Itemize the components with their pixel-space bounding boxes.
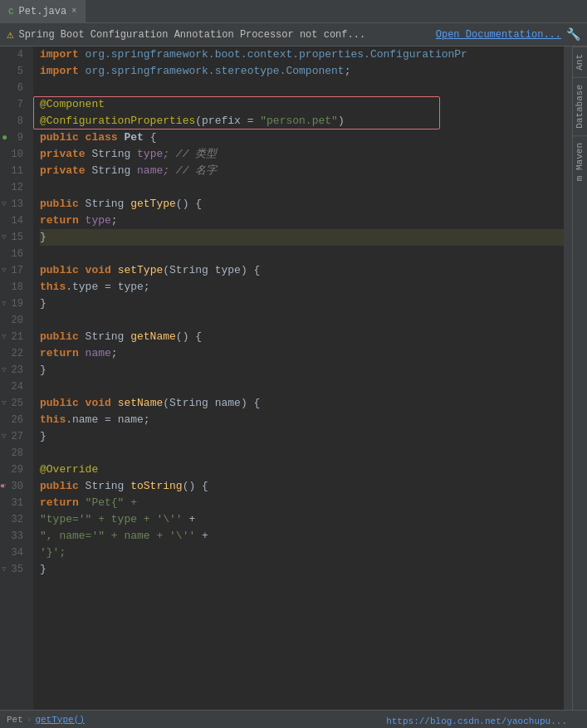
code-line-14: return type; xyxy=(40,213,564,229)
fold-icon-30[interactable]: ▽ xyxy=(2,478,6,495)
code-line-35: } xyxy=(40,561,564,578)
token: name xyxy=(137,164,163,177)
open-documentation-link[interactable]: Open Documentation... xyxy=(436,29,561,41)
database-panel[interactable]: Database xyxy=(573,77,588,135)
tab-close-button[interactable]: × xyxy=(71,7,76,16)
line-num-17: ▽17 xyxy=(0,262,28,279)
token: } xyxy=(40,231,46,243)
line-num-10: 10 xyxy=(0,146,28,163)
line-num-22: 22 xyxy=(0,345,28,362)
token: public xyxy=(40,131,86,144)
fold-icon-25[interactable]: ▽ xyxy=(2,395,6,412)
code-content[interactable]: import org.springframework.boot.context.… xyxy=(33,46,564,710)
ant-panel[interactable]: Ant xyxy=(573,46,588,77)
token: @ConfigurationProperties xyxy=(40,115,195,127)
token: type xyxy=(215,264,241,276)
code-line-22: return name; xyxy=(40,345,564,362)
line-num-25: ▽25 xyxy=(0,395,28,412)
token: public xyxy=(40,198,86,210)
line-num-19: ▽19 xyxy=(0,296,28,312)
green-circle-icon: ● xyxy=(2,129,7,146)
token: "Pet{" + xyxy=(86,496,137,509)
line-num-15: ▽15 xyxy=(0,229,28,246)
line-num-21: ▽21 xyxy=(0,329,28,345)
token: () { xyxy=(176,198,202,210)
token: + xyxy=(183,513,196,525)
warning-icon: ⚠ xyxy=(7,27,13,42)
breadcrumb-method[interactable]: getType() xyxy=(35,715,84,725)
fold-icon-15[interactable]: ▽ xyxy=(2,229,6,246)
token: ConfigurationPr xyxy=(370,48,467,61)
token: String xyxy=(91,164,137,177)
token: ", name='" + name + xyxy=(40,530,169,542)
right-panel: Ant Database m Maven xyxy=(572,46,587,710)
fold-icon-21[interactable]: ▽ xyxy=(2,329,6,345)
token: '}'; xyxy=(40,546,66,559)
line-num-13: ▽13 xyxy=(0,196,28,213)
warning-bar: ⚠ Spring Boot Configuration Annotation P… xyxy=(0,23,587,46)
token: } xyxy=(40,364,46,376)
token: return xyxy=(40,214,86,227)
fold-icon-17[interactable]: ▽ xyxy=(2,262,6,279)
token: Component xyxy=(286,65,344,77)
token: @Component xyxy=(40,98,105,110)
token: '\'' xyxy=(169,530,195,542)
line-num-9: ●9 xyxy=(0,129,28,146)
warning-text: Spring Boot Configuration Annotation Pro… xyxy=(18,29,430,41)
code-line-12 xyxy=(40,179,564,196)
fold-icon-35[interactable]: ▽ xyxy=(2,561,6,578)
wrench-icon[interactable]: 🔧 xyxy=(566,27,580,42)
token: public xyxy=(40,330,86,343)
token: this xyxy=(40,413,66,426)
token: return xyxy=(40,347,86,359)
line-num-34: 34 xyxy=(0,545,28,561)
breadcrumb-separator: › xyxy=(27,715,32,725)
vertical-scrollbar[interactable] xyxy=(564,46,572,710)
fold-icon-27[interactable]: ▽ xyxy=(2,428,6,445)
code-line-25: public void setName(String name) { xyxy=(40,395,564,412)
code-line-21: public String getName() { xyxy=(40,329,564,345)
token: @Override xyxy=(40,463,98,476)
line-num-18: 18 xyxy=(0,279,28,296)
code-line-17: public void setType(String type) { xyxy=(40,262,564,279)
fold-icon-13[interactable]: ▽ xyxy=(2,196,6,213)
token: public xyxy=(40,264,86,276)
token: + xyxy=(195,530,208,542)
token: setType xyxy=(118,264,164,276)
line-num-28: 28 xyxy=(0,445,28,462)
code-line-19: } xyxy=(40,296,564,312)
fold-icon-19[interactable]: ▽ xyxy=(2,296,6,312)
line-num-11: 11 xyxy=(0,163,28,179)
token: void xyxy=(86,264,118,276)
code-line-8: @ConfigurationProperties(prefix = "perso… xyxy=(40,113,564,129)
token: org.springframework.stereotype. xyxy=(86,65,286,77)
fold-icon-23[interactable]: ▽ xyxy=(2,362,6,379)
pet-java-tab[interactable]: C Pet.java × xyxy=(0,0,86,23)
token: ; xyxy=(111,347,118,359)
code-line-7: @Component xyxy=(40,96,564,113)
code-line-13: public String getType() { xyxy=(40,196,564,213)
token: import xyxy=(40,65,86,77)
line-num-35: ▽35 xyxy=(0,561,28,578)
token: () { xyxy=(183,480,208,492)
code-line-29: @Override xyxy=(40,462,564,478)
token: ( xyxy=(163,264,169,276)
code-line-23: } xyxy=(40,362,564,379)
editor-area: 45678●9101112▽1314▽1516▽1718▽1920▽2122▽2… xyxy=(0,46,587,710)
token: org.springframework.boot.context.propert… xyxy=(86,48,370,61)
line-num-30: ●▽30 xyxy=(0,478,28,495)
token: (prefix = xyxy=(195,115,260,127)
line-num-26: 26 xyxy=(0,412,28,428)
token: '\'' xyxy=(156,513,182,525)
code-line-11: private String name; // 名字 xyxy=(40,163,564,179)
line-num-24: 24 xyxy=(0,379,28,395)
maven-panel[interactable]: m Maven xyxy=(573,135,588,188)
line-num-8: 8 xyxy=(0,113,28,129)
token: type xyxy=(137,148,163,160)
csdn-link[interactable]: https://blog.csdn.net/yaochupu... xyxy=(383,715,570,728)
code-line-28 xyxy=(40,445,564,462)
line-num-12: 12 xyxy=(0,179,28,196)
token: ) xyxy=(338,115,345,127)
token: void xyxy=(86,397,118,409)
code-line-31: return "Pet{" + xyxy=(40,495,564,511)
